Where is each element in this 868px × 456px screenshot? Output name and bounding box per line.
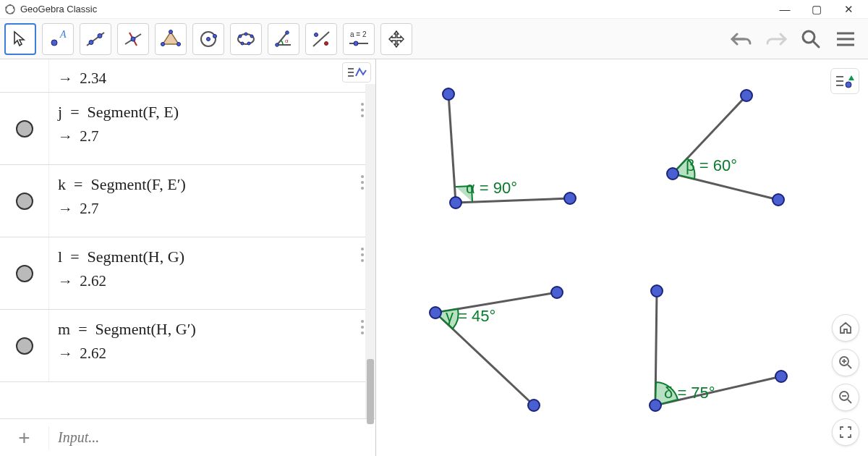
svg-text:a = 2: a = 2 (350, 30, 367, 38)
result-value: 2.62 (80, 345, 106, 362)
point-tool[interactable]: A (42, 23, 74, 55)
circle-tool[interactable] (192, 23, 224, 55)
svg-marker-50 (848, 75, 854, 80)
svg-point-67 (528, 400, 540, 411)
svg-point-22 (239, 35, 242, 38)
algebra-view-toggle[interactable] (342, 62, 371, 83)
reflect-tool[interactable] (305, 23, 337, 55)
svg-point-66 (430, 307, 441, 318)
app-title: GeoGebra Classic (20, 4, 97, 14)
search-button[interactable] (799, 27, 823, 51)
fullscreen-button[interactable] (832, 418, 859, 446)
graphics-canvas[interactable]: α = 90° β = 60° γ = 45° (376, 59, 868, 456)
angle-beta[interactable]: β = 60° (667, 90, 784, 206)
algebra-row-m[interactable]: m = Segment(H, G′) → 2.62 (0, 310, 375, 382)
algebra-pane: → 2.34 j = Segment(F, E) → 2.7 k = Segme… (0, 59, 376, 456)
svg-point-61 (773, 194, 784, 206)
svg-point-16 (177, 42, 181, 46)
obj-def: Segment(F, E) (88, 103, 179, 121)
angle-delta[interactable]: δ = 75° (650, 285, 787, 411)
obj-name: k (58, 175, 66, 193)
svg-text:δ = 75°: δ = 75° (664, 384, 715, 402)
add-input-button[interactable]: + (0, 426, 49, 449)
algebra-scrollbar[interactable] (365, 84, 375, 418)
row-menu-button[interactable] (361, 248, 364, 262)
visibility-toggle[interactable] (16, 337, 33, 355)
graphics-style-button[interactable] (830, 68, 859, 94)
graphics-pane[interactable]: α = 90° β = 60° γ = 45° (376, 59, 868, 456)
angle-alpha[interactable]: α = 90° (443, 88, 576, 208)
move-tool[interactable] (4, 23, 36, 55)
obj-def: Segment(H, G) (88, 248, 184, 266)
result-arrow-icon: → (58, 69, 80, 87)
algebra-list[interactable]: → 2.34 j = Segment(F, E) → 2.7 k = Segme… (0, 59, 375, 418)
svg-point-71 (651, 285, 663, 297)
svg-point-53 (443, 88, 454, 100)
result-arrow-icon: → (58, 200, 80, 217)
svg-point-13 (131, 37, 135, 41)
algebra-row-k[interactable]: k = Segment(F, E′) → 2.7 (0, 165, 375, 237)
svg-point-73 (775, 371, 787, 382)
svg-point-2 (13, 7, 15, 9)
slider-tool[interactable]: a = 2 (343, 23, 375, 55)
algebra-row-prev[interactable]: → 2.34 (0, 59, 375, 93)
svg-point-72 (650, 400, 661, 411)
polygon-tool[interactable] (155, 23, 187, 55)
obj-name: l (58, 248, 62, 266)
angle-tool[interactable]: α (268, 23, 299, 55)
result-arrow-icon: → (58, 272, 80, 290)
svg-point-60 (667, 168, 678, 180)
svg-point-19 (207, 37, 210, 41)
maximize-button[interactable]: ▢ (807, 3, 826, 16)
conic-tool[interactable] (230, 23, 262, 55)
line-tool[interactable] (80, 23, 111, 55)
zoom-out-button[interactable] (832, 384, 859, 411)
algebra-row-j[interactable]: j = Segment(F, E) → 2.7 (0, 93, 375, 165)
minimize-button[interactable]: — (775, 3, 794, 16)
obj-def: Segment(F, E′) (90, 175, 185, 193)
result-arrow-icon: → (58, 127, 80, 145)
menu-button[interactable] (833, 27, 858, 51)
svg-point-54 (450, 197, 461, 208)
svg-point-24 (250, 35, 253, 38)
svg-text:A: A (59, 29, 67, 40)
result-value: 2.34 (80, 69, 106, 87)
svg-point-59 (741, 90, 752, 101)
undo-button[interactable] (729, 27, 754, 51)
home-button[interactable] (832, 314, 859, 342)
svg-line-39 (813, 41, 819, 47)
svg-point-5 (5, 7, 7, 9)
svg-point-23 (244, 33, 247, 35)
result-value: 2.62 (80, 272, 106, 290)
zoom-in-button[interactable] (832, 349, 859, 376)
algebra-input[interactable] (49, 429, 375, 446)
angle-gamma[interactable]: γ = 45° (430, 287, 563, 411)
move-graphics-tool[interactable] (380, 23, 412, 55)
content-area: → 2.34 j = Segment(F, E) → 2.7 k = Segme… (0, 59, 868, 456)
result-value: 2.7 (80, 200, 98, 217)
row-menu-button[interactable] (361, 103, 364, 117)
svg-point-49 (846, 82, 851, 88)
app-icon (4, 4, 16, 15)
svg-point-20 (213, 34, 217, 38)
svg-text:β = 60°: β = 60° (686, 156, 737, 174)
svg-point-34 (325, 41, 328, 45)
close-button[interactable]: ✕ (839, 3, 858, 16)
svg-line-80 (848, 400, 851, 403)
svg-text:γ = 45°: γ = 45° (446, 307, 495, 325)
algebra-row-l[interactable]: l = Segment(H, G) → 2.62 (0, 237, 375, 310)
titlebar: GeoGebra Classic — ▢ ✕ (0, 0, 868, 19)
visibility-toggle[interactable] (16, 120, 33, 138)
svg-point-26 (241, 42, 244, 45)
obj-def: Segment(H, G′) (95, 320, 196, 338)
visibility-toggle[interactable] (16, 265, 33, 282)
toolbar: A α a = 2 (0, 19, 868, 59)
svg-point-25 (247, 42, 250, 45)
row-menu-button[interactable] (361, 175, 364, 190)
svg-point-10 (98, 33, 102, 38)
visibility-toggle[interactable] (16, 193, 33, 210)
perpendicular-tool[interactable] (117, 23, 149, 55)
obj-name: m (58, 320, 70, 338)
redo-button[interactable] (764, 27, 788, 51)
row-menu-button[interactable] (361, 320, 364, 334)
